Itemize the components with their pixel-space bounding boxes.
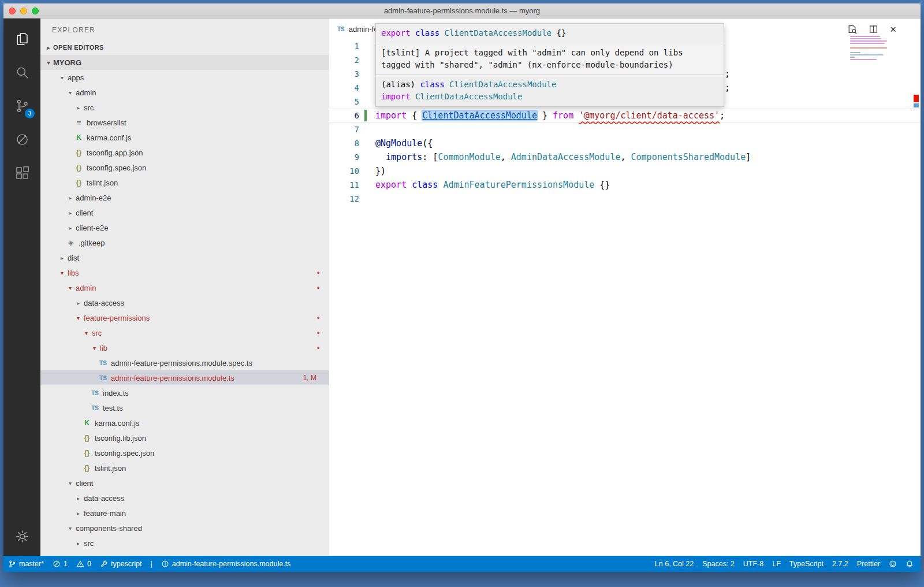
language-mode[interactable]: TypeScript	[789, 560, 824, 568]
tree-item-admin-feature-permissions.module.spec.ts[interactable]: TSadmin-feature-permissions.module.spec.…	[40, 355, 329, 370]
tree-item-apps[interactable]: ▾apps	[40, 70, 329, 85]
minimap[interactable]	[850, 36, 888, 64]
activitybar-extensions-icon[interactable]	[8, 158, 36, 187]
warning-count[interactable]: 0	[76, 560, 91, 568]
desktop-background: admin-feature-permissions.module.ts — my…	[0, 0, 924, 587]
tree-item-label: tsconfig.spec.json	[87, 164, 146, 172]
encoding[interactable]: UTF-8	[743, 560, 763, 568]
tree-item-test.ts[interactable]: TStest.ts	[40, 400, 329, 415]
cursor-position[interactable]: Ln 6, Col 22	[655, 560, 694, 568]
open-editors-header[interactable]: ▸ OPEN EDITORS	[40, 40, 329, 55]
close-window-button[interactable]	[9, 8, 16, 14]
tree-item-admin-e2e[interactable]: ▸admin-e2e	[40, 190, 329, 205]
tree-item-label: karma.conf.js	[95, 419, 139, 428]
chevron-right-icon: ▸	[74, 105, 83, 111]
tree-item-label: admin-feature-permissions.module.ts	[111, 374, 234, 382]
modified-dot-icon: ●	[317, 270, 320, 276]
ts-file-icon: TS	[98, 360, 108, 366]
tree-item-.gitkeep[interactable]: ◈.gitkeep	[40, 235, 329, 250]
tree-item-tslint.json[interactable]: {}tslint.json	[40, 175, 329, 190]
goto-definition-link[interactable]: ClientDataAccessModule	[422, 110, 537, 121]
activitybar-source-control-icon[interactable]: 3	[8, 91, 36, 120]
chevron-right-icon: ▸	[58, 255, 66, 261]
code-line-12[interactable]: 12	[329, 192, 921, 206]
activity-bar-items: 3	[8, 24, 36, 192]
code-line-9[interactable]: 9 imports: [CommonModule, AdminDataAcces…	[329, 150, 921, 164]
tree-item-label: libs	[68, 269, 79, 277]
tree-item-label: admin	[76, 88, 96, 97]
tree-item-karma.conf.js[interactable]: Kkarma.conf.js	[40, 415, 329, 430]
tree-item-dist[interactable]: ▸dist	[40, 250, 329, 265]
traffic-lights	[9, 3, 39, 18]
chevron-down-icon: ▾	[66, 90, 74, 96]
tree-item-client-e2e[interactable]: ▸client-e2e	[40, 220, 329, 235]
error-count[interactable]: 1	[53, 560, 68, 568]
error-icon	[53, 560, 61, 568]
feedback-smiley-icon[interactable]	[889, 560, 897, 568]
zoom-window-button[interactable]	[32, 8, 39, 14]
json-file-icon: {}	[74, 148, 84, 157]
git-branch-status[interactable]: master*	[8, 560, 44, 568]
line-number: 7	[329, 125, 359, 134]
tree-item-admin[interactable]: ▾admin	[40, 85, 329, 100]
tools-icon	[100, 560, 108, 568]
open-preview-icon[interactable]	[847, 24, 857, 34]
json-file-icon: {}	[74, 164, 84, 172]
tree-item-browserslist[interactable]: ≡browserslist	[40, 115, 329, 130]
chevron-right-icon: ▸	[66, 225, 74, 231]
notifications-bell-icon[interactable]	[906, 560, 914, 568]
tree-item-index.ts[interactable]: TSindex.ts	[40, 385, 329, 400]
tree-item-admin[interactable]: ▾admin●	[40, 280, 329, 295]
settings-gear-icon[interactable]	[14, 529, 30, 547]
tree-item-karma.conf.js[interactable]: Kkarma.conf.js	[40, 130, 329, 145]
tree-item-client[interactable]: ▸client	[40, 205, 329, 220]
tree-item-tsconfig.spec.json[interactable]: {}tsconfig.spec.json	[40, 160, 329, 175]
tree-item-client[interactable]: ▾client	[40, 475, 329, 491]
typescript-version[interactable]: 2.7.2	[832, 560, 848, 568]
tree-item-tsconfig.lib.json[interactable]: {}tsconfig.lib.json	[40, 430, 329, 445]
tree-item-src[interactable]: ▸src	[40, 100, 329, 115]
code-line-11[interactable]: 11export class AdminFeaturePermissionsMo…	[329, 178, 921, 192]
indentation[interactable]: Spaces: 2	[702, 560, 735, 568]
tree-item-label: index.ts	[103, 389, 129, 397]
tree-item-tsconfig.spec.json[interactable]: {}tsconfig.spec.json	[40, 445, 329, 460]
tree-item-feature-permissions[interactable]: ▾feature-permissions●	[40, 310, 329, 325]
chevron-down-icon: ▾	[90, 345, 99, 351]
split-editor-icon[interactable]	[869, 24, 878, 34]
activitybar-debug-icon[interactable]	[8, 125, 36, 154]
activitybar-search-icon[interactable]	[8, 58, 36, 87]
typescript-task-status[interactable]: typescript	[100, 560, 142, 568]
code-line-10[interactable]: 10})	[329, 164, 921, 178]
tree-item-src[interactable]: ▸src	[40, 536, 329, 551]
ts-file-icon: TS	[90, 390, 100, 396]
eol[interactable]: LF	[772, 560, 781, 568]
line-number: 4	[329, 83, 359, 92]
code-line-6[interactable]: 6import { ClientDataAccessModule } from …	[329, 109, 921, 122]
tree-item-lib[interactable]: ▾lib●	[40, 340, 329, 355]
minimize-window-button[interactable]	[20, 8, 27, 14]
tree-item-components-shared[interactable]: ▾components-shared	[40, 521, 329, 536]
file-problems-status[interactable]: admin-feature-permissions.module.ts	[161, 560, 291, 568]
prettier-status[interactable]: Prettier	[857, 560, 880, 568]
tree-item-label: feature-permissions	[84, 314, 150, 322]
code-line-8[interactable]: 8@NgModule({	[329, 136, 921, 150]
tree-item-label: admin-feature-permissions.module.spec.ts	[111, 359, 252, 367]
tree-item-tslint.json[interactable]: {}tslint.json	[40, 460, 329, 475]
tree-item-libs[interactable]: ▾libs●	[40, 265, 329, 280]
tree-item-feature-main[interactable]: ▸feature-main	[40, 506, 329, 521]
line-number: 3	[329, 69, 359, 79]
json-file-icon: {}	[74, 179, 84, 187]
workspace-root-header[interactable]: ▾ MYORG	[40, 55, 329, 70]
code-editor[interactable]: 123 ;4 ';56import { ClientDataAccessModu…	[329, 39, 921, 556]
close-editor-icon[interactable]: ×	[890, 24, 896, 35]
code-line-7[interactable]: 7	[329, 122, 921, 136]
tree-item-data-access[interactable]: ▸data-access	[40, 295, 329, 310]
tree-item-data-access[interactable]: ▸data-access	[40, 491, 329, 506]
line-number: 11	[329, 180, 359, 190]
activitybar-explorer-icon[interactable]	[8, 24, 36, 53]
tree-item-src[interactable]: ▾src●	[40, 325, 329, 340]
tree-item-admin-feature-permissions.module.ts[interactable]: TSadmin-feature-permissions.module.ts1, …	[40, 370, 329, 385]
tree-item-tsconfig.app.json[interactable]: {}tsconfig.app.json	[40, 145, 329, 160]
info-icon	[161, 560, 169, 568]
hover-tooltip: export class ClientDataAccessModule {} […	[375, 23, 724, 107]
